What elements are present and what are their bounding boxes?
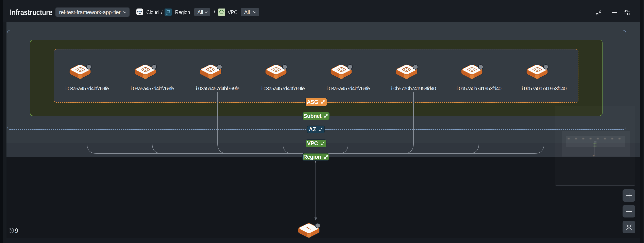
svg-text:aws: aws bbox=[137, 10, 142, 13]
